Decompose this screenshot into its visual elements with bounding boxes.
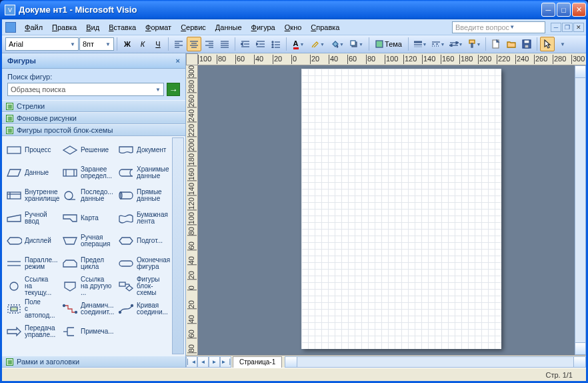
drawing-canvas[interactable]	[198, 65, 575, 355]
ask-question-box[interactable]: Введите вопрос▼	[452, 21, 545, 33]
shape-item[interactable]: Полес автопод...	[3, 298, 59, 320]
italic-button[interactable]: К	[135, 37, 150, 51]
decrease-indent-button[interactable]	[238, 37, 253, 51]
shape-item[interactable]: Заранееопредел...	[59, 161, 115, 184]
bold-button[interactable]: Ж	[120, 37, 135, 51]
page-tab[interactable]: Страница-1	[233, 356, 282, 368]
toolbar-overflow-button[interactable]: ▼	[555, 37, 570, 51]
horizontal-scrollbar[interactable]	[285, 356, 586, 368]
shadow-button[interactable]: ▼	[347, 37, 366, 51]
close-button[interactable]: ✕	[572, 3, 586, 17]
svg-point-71	[10, 282, 18, 290]
shape-icon	[61, 302, 79, 316]
line-ends-button[interactable]: ▼	[447, 37, 465, 51]
menu-файл[interactable]: Файл	[20, 21, 47, 33]
menu-справка[interactable]: Справка	[306, 21, 344, 33]
shape-item[interactable]: Примеча...	[59, 320, 115, 343]
theme-button[interactable]: Тема	[372, 37, 405, 51]
shape-icon	[5, 234, 23, 248]
line-pattern-button[interactable]: ▼	[429, 37, 447, 51]
shape-item[interactable]: Криваясоедини...	[115, 298, 171, 320]
underline-button[interactable]: Ч	[151, 37, 165, 51]
search-go-button[interactable]: →	[167, 83, 180, 96]
align-left-button[interactable]	[171, 37, 186, 51]
svg-rect-32	[376, 41, 383, 47]
menu-окно[interactable]: Окно	[280, 21, 307, 33]
shape-item[interactable]: Бумажнаялента	[115, 207, 171, 230]
svg-rect-51	[7, 147, 21, 153]
tab-nav-prev-button[interactable]: ◄	[197, 356, 209, 368]
menu-данные[interactable]: Данные	[211, 21, 247, 33]
menu-правка[interactable]: Правка	[47, 21, 81, 33]
font-selector[interactable]: Arial▼	[5, 37, 79, 51]
doc-restore-button[interactable]: ❐	[562, 23, 573, 32]
shape-item[interactable]: Данные	[3, 161, 59, 184]
shape-item[interactable]: Ручнойввод	[3, 207, 59, 230]
shapes-pane-close-icon[interactable]: ×	[176, 57, 180, 65]
align-justify-button[interactable]	[217, 37, 232, 51]
stencil-header[interactable]: ▦Фигуры простой блок-схемы	[2, 124, 185, 136]
increase-indent-button[interactable]	[253, 37, 268, 51]
shape-item[interactable]: Внутреннехранилище	[3, 184, 59, 207]
shape-icon	[61, 212, 79, 225]
menu-сервис[interactable]: Сервис	[176, 21, 211, 33]
fill-color-button[interactable]: ▼	[328, 37, 347, 51]
doc-minimize-button[interactable]: ─	[551, 23, 561, 32]
shape-item[interactable]: Паралле...режим	[3, 252, 59, 275]
stencil-header[interactable]: ▦Рамки и заголовки	[2, 356, 185, 368]
page[interactable]	[301, 69, 501, 349]
shape-item[interactable]: Дисплей	[3, 230, 59, 252]
shape-item[interactable]: Документ	[115, 139, 171, 161]
open-button[interactable]	[504, 37, 519, 51]
vertical-scrollbar[interactable]	[575, 65, 586, 355]
shape-search-input[interactable]: Образец поиска▼	[7, 83, 164, 96]
shape-item[interactable]: Ручнаяоперация	[59, 230, 115, 252]
menu-вставка[interactable]: Вставка	[104, 21, 141, 33]
maximize-button[interactable]: □	[557, 3, 571, 17]
tab-nav-last-button[interactable]: ►▕	[220, 356, 231, 368]
line-style-button[interactable]: ▼	[411, 37, 429, 51]
shape-item[interactable]: Прямыеданные	[115, 184, 171, 207]
align-center-button[interactable]	[187, 37, 201, 51]
menu-фигура[interactable]: Фигура	[247, 21, 280, 33]
line-color-button[interactable]: ▼	[309, 37, 327, 51]
shape-item[interactable]: Пределцикла	[59, 252, 115, 275]
format-painter-button[interactable]: ▼	[465, 37, 483, 51]
tab-nav-next-button[interactable]: ►	[209, 356, 220, 368]
stencil-header[interactable]: ▦Фоновые рисунки	[2, 112, 185, 124]
stencil-header[interactable]: ▦Стрелки	[2, 100, 185, 112]
svg-marker-74	[126, 286, 133, 291]
doc-close-button[interactable]: ✕	[573, 23, 584, 32]
shape-item[interactable]: Динамич...соединит...	[59, 298, 115, 320]
shape-icon	[61, 325, 79, 338]
font-size-selector[interactable]: 8пт▼	[79, 37, 114, 51]
font-color-button[interactable]: A▼	[289, 37, 308, 51]
svg-point-24	[272, 41, 273, 43]
pointer-tool-button[interactable]	[540, 37, 555, 51]
shape-item[interactable]: Ссылкана текущу...	[3, 275, 59, 298]
shape-item[interactable]: Хранимыеданные	[115, 161, 171, 184]
shape-item[interactable]: Решение	[59, 139, 115, 161]
svg-rect-31	[351, 41, 355, 45]
shape-item[interactable]: Ссылкана другую ...	[59, 275, 115, 298]
visio-icon[interactable]	[5, 22, 16, 33]
bullets-button[interactable]	[269, 37, 283, 51]
save-button[interactable]	[519, 37, 534, 51]
shape-item[interactable]: Передачауправле...	[3, 320, 59, 343]
ruler-corner	[186, 53, 198, 65]
shape-item[interactable]: Фигурыблок-схемы	[115, 275, 171, 298]
shape-item[interactable]: Последо...данные	[59, 184, 115, 207]
menu-вид[interactable]: Вид	[81, 21, 104, 33]
shapes-pane-title: Фигуры ×	[2, 53, 185, 69]
menu-формат[interactable]: Формат	[141, 21, 176, 33]
align-right-button[interactable]	[202, 37, 217, 51]
shape-item[interactable]: Подгот...	[115, 230, 171, 252]
shape-item[interactable]: Карта	[59, 207, 115, 230]
shape-item[interactable]: Оконечнаяфигура	[115, 252, 171, 275]
new-button[interactable]	[489, 37, 503, 51]
shape-icon	[5, 302, 23, 316]
svg-marker-53	[7, 169, 21, 176]
shape-item[interactable]: Процесс	[3, 139, 59, 161]
minimize-button[interactable]: ─	[541, 3, 555, 17]
tab-nav-first-button[interactable]: ▏◄	[186, 356, 197, 368]
